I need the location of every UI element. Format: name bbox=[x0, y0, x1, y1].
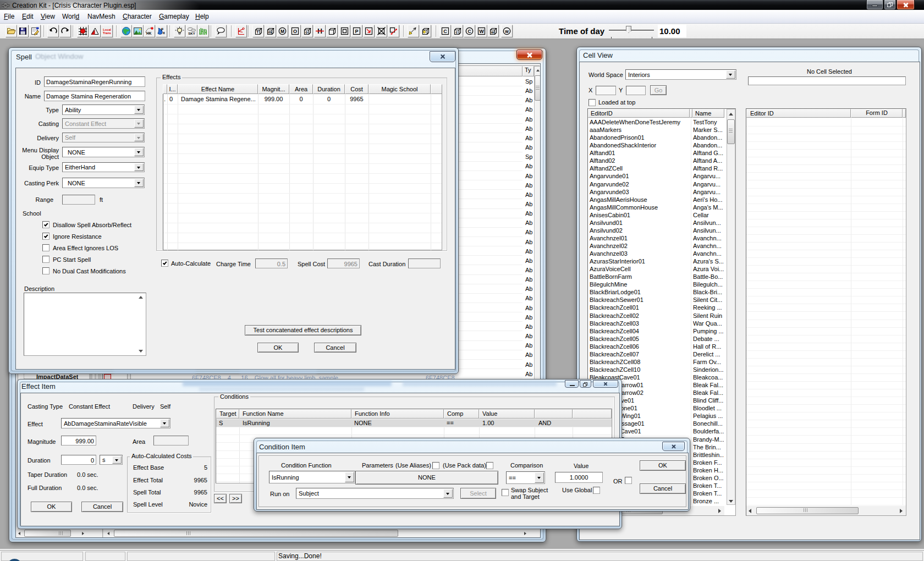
svg-text:P: P bbox=[355, 29, 359, 34]
svg-text:x: x bbox=[163, 31, 165, 35]
svg-text:m: m bbox=[268, 30, 271, 34]
svg-text:o: o bbox=[306, 30, 308, 34]
svg-text:w: w bbox=[504, 29, 509, 34]
svg-text:SKY: SKY bbox=[188, 32, 195, 35]
svg-text:Local: Local bbox=[103, 28, 111, 31]
svg-text:w: w bbox=[491, 30, 494, 34]
svg-text:W: W bbox=[479, 29, 484, 34]
svg-text:T: T bbox=[256, 30, 259, 34]
svg-text:C: C bbox=[468, 29, 471, 34]
svg-text:O: O bbox=[293, 29, 297, 34]
svg-text:C: C bbox=[443, 29, 447, 34]
svg-text:HK: HK bbox=[146, 31, 152, 35]
svg-text:c: c bbox=[456, 30, 458, 34]
svg-text:M: M bbox=[280, 29, 284, 34]
svg-text:Trans: Trans bbox=[103, 31, 111, 35]
